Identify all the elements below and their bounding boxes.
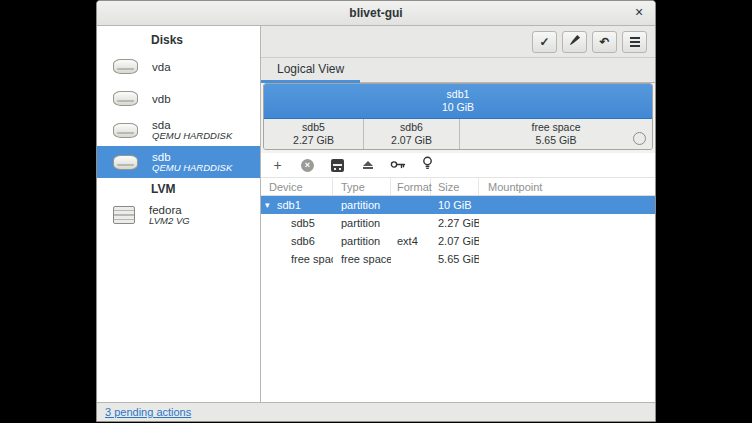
cell-size: 2.27 GiB <box>431 217 479 229</box>
titlebar: blivet-gui × <box>97 1 655 26</box>
tab-logical-view[interactable]: Logical View <box>261 58 360 83</box>
add-icon: + <box>273 157 281 173</box>
column-header-size[interactable]: Size <box>431 178 479 195</box>
sidebar-header-disks: Disks <box>97 29 260 50</box>
column-header-format[interactable]: Format <box>391 178 431 195</box>
menu-button[interactable] <box>622 31 647 53</box>
eject-icon <box>363 161 373 169</box>
main-panel: ✓ ↶ Logical View <box>261 26 655 402</box>
device-subtitle: QEMU HARDDISK <box>152 163 232 173</box>
main-toolbar: ✓ ↶ <box>261 26 655 58</box>
cell-size: 10 GiB <box>431 199 479 211</box>
hamburger-menu-icon <box>630 37 640 47</box>
table-row-sdb1[interactable]: ▾ sdb1 partition 10 GiB <box>261 196 655 214</box>
decrypt-button[interactable] <box>390 157 405 173</box>
tab-strip: Logical View <box>261 58 655 83</box>
apply-button[interactable]: ✓ <box>532 31 557 53</box>
column-header-type[interactable]: Type <box>333 178 391 195</box>
unlock-key-icon <box>390 156 406 174</box>
edit-icon <box>331 159 344 172</box>
device-sidebar: Disks vda vdb sda QEMU HARDDISK sdb <box>97 26 261 402</box>
cell-type: free space <box>333 253 391 265</box>
partition-block-sdb6[interactable]: sdb6 2.07 GiB <box>364 119 460 149</box>
table-empty-area <box>261 268 655 402</box>
sidebar-item-vdb[interactable]: vdb <box>97 82 260 114</box>
cell-device: free space <box>291 253 333 265</box>
partition-diagram: sdb1 10 GiB sdb5 2.27 GiB sdb6 2.07 GiB <box>263 83 653 150</box>
cell-type: partition <box>333 235 391 247</box>
harddisk-icon <box>113 123 138 138</box>
lvm-volume-group-icon <box>113 206 135 224</box>
cell-type: partition <box>333 217 391 229</box>
cell-size: 2.07 GiB <box>431 235 479 247</box>
column-header-mountpoint[interactable]: Mountpoint <box>479 178 655 195</box>
harddisk-icon <box>113 155 138 170</box>
partition-actions-toolbar: + × <box>261 153 655 177</box>
partition-block-sdb1[interactable]: sdb1 10 GiB <box>264 84 652 119</box>
device-label: vdb <box>152 93 171 105</box>
statusbar: 3 pending actions <box>97 402 655 421</box>
partition-size: 2.07 GiB <box>391 134 432 147</box>
table-header: Device Type Format Size Mountpoint <box>261 177 655 196</box>
undo-button[interactable]: ↶ <box>592 31 617 53</box>
device-subtitle: QEMU HARDDISK <box>152 131 232 141</box>
cell-format: ext4 <box>391 235 431 247</box>
partition-name: free space <box>531 121 580 134</box>
sidebar-header-lvm: LVM <box>97 178 260 199</box>
expander-icon[interactable]: ▾ <box>265 200 277 210</box>
sidebar-item-fedora[interactable]: fedora LVM2 VG <box>97 199 260 231</box>
harddisk-icon <box>113 59 138 74</box>
device-label: vda <box>152 61 171 73</box>
delete-partition-button[interactable]: × <box>300 157 315 173</box>
sidebar-item-sdb[interactable]: sdb QEMU HARDDISK <box>97 146 260 178</box>
sidebar-item-vda[interactable]: vda <box>97 50 260 82</box>
cell-device: sdb1 <box>277 199 301 211</box>
partition-name: sdb6 <box>400 121 423 134</box>
partition-size: 10 GiB <box>442 101 474 114</box>
undo-arrow-icon: ↶ <box>599 35 609 49</box>
info-button[interactable] <box>420 157 435 173</box>
table-row-sdb6[interactable]: sdb6 partition ext4 2.07 GiB <box>261 232 655 250</box>
brush-icon <box>568 34 581 50</box>
add-partition-button[interactable]: + <box>270 157 285 173</box>
column-header-device[interactable]: Device <box>261 178 333 195</box>
partition-name: sdb5 <box>302 121 325 134</box>
cell-device: sdb6 <box>291 235 315 247</box>
partition-name: sdb1 <box>447 88 470 101</box>
partition-size: 5.65 GiB <box>536 134 577 147</box>
sidebar-item-sda[interactable]: sda QEMU HARDDISK <box>97 114 260 146</box>
clear-actions-button[interactable] <box>562 31 587 53</box>
busy-indicator-circle <box>633 132 646 145</box>
close-button[interactable]: × <box>629 2 649 22</box>
lightbulb-info-icon <box>422 156 433 175</box>
check-icon: ✓ <box>539 35 549 49</box>
pending-actions-link[interactable]: 3 pending actions <box>105 406 191 418</box>
delete-icon: × <box>301 159 314 172</box>
table-row-sdb5[interactable]: sdb5 partition 2.27 GiB <box>261 214 655 232</box>
blivet-gui-window: blivet-gui × Disks vda vdb sda QEMU HARD… <box>96 0 656 422</box>
device-subtitle: LVM2 VG <box>149 216 190 226</box>
cell-device: sdb5 <box>291 217 315 229</box>
harddisk-icon <box>113 91 138 106</box>
partition-size: 2.27 GiB <box>293 134 334 147</box>
edit-partition-button[interactable] <box>330 157 345 173</box>
window-title: blivet-gui <box>97 6 655 20</box>
partition-block-sdb5[interactable]: sdb5 2.27 GiB <box>264 119 364 149</box>
cell-type: partition <box>333 199 391 211</box>
table-row-free-space[interactable]: free space free space 5.65 GiB <box>261 250 655 268</box>
partition-block-free-space[interactable]: free space 5.65 GiB <box>460 119 652 149</box>
logical-view-area: sdb1 10 GiB sdb5 2.27 GiB sdb6 2.07 GiB <box>261 83 655 153</box>
cell-size: 5.65 GiB <box>431 253 479 265</box>
unmount-button[interactable] <box>360 157 375 173</box>
